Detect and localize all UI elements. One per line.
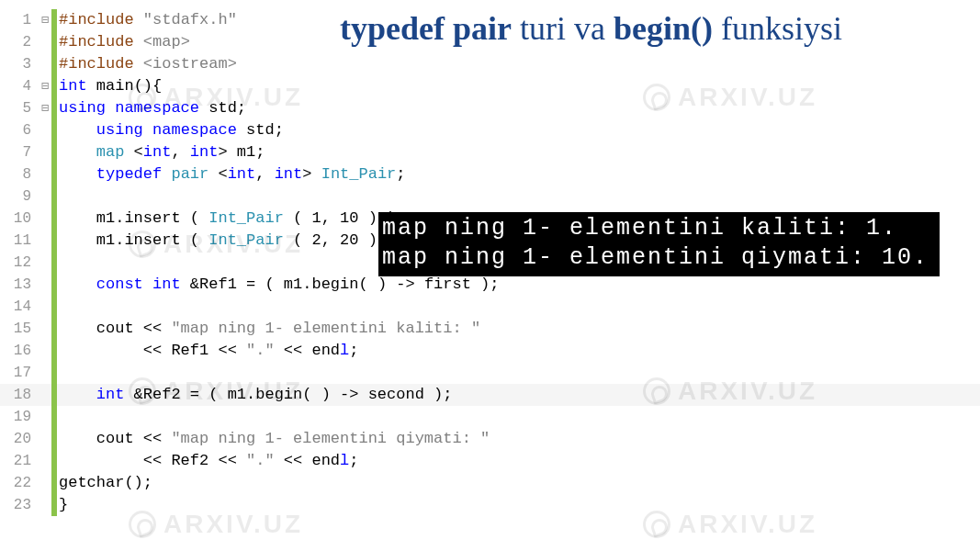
code-line[interactable]: 22getchar(); — [0, 472, 980, 494]
change-marker — [51, 186, 57, 208]
line-number: 2 — [0, 31, 39, 53]
line-number: 14 — [0, 296, 39, 318]
code-content[interactable]: cout << "map ning 1- elementini qiymati:… — [59, 428, 980, 450]
line-number: 9 — [0, 186, 39, 208]
code-line[interactable]: 17 — [0, 362, 980, 384]
code-line[interactable]: 21 << Ref2 << "." << endl; — [0, 450, 980, 472]
change-marker — [51, 53, 57, 75]
code-content[interactable]: #include <iostream> — [59, 53, 980, 75]
code-line[interactable]: 23} — [0, 494, 980, 516]
code-line[interactable]: 5⊟using namespace std; — [0, 97, 980, 119]
code-line[interactable]: 18 int &Ref2 = ( m1.begin( ) -> second )… — [0, 384, 980, 406]
code-content[interactable]: getchar(); — [59, 472, 980, 494]
code-content[interactable]: int &Ref2 = ( m1.begin( ) -> second ); — [59, 384, 980, 406]
change-marker — [51, 340, 57, 362]
change-marker — [51, 472, 57, 494]
code-content[interactable]: const int &Ref1 = ( m1.begin( ) -> first… — [59, 274, 980, 296]
change-marker — [51, 31, 57, 53]
line-number: 21 — [0, 450, 39, 472]
change-marker — [51, 296, 57, 318]
line-number: 13 — [0, 274, 39, 296]
code-line[interactable]: 13 const int &Ref1 = ( m1.begin( ) -> fi… — [0, 274, 980, 296]
change-marker — [51, 428, 57, 450]
change-marker — [51, 494, 57, 516]
code-line[interactable]: 16 << Ref1 << "." << endl; — [0, 340, 980, 362]
change-marker — [51, 141, 57, 163]
title-part4: funksiysi — [713, 10, 842, 47]
line-number: 4 — [0, 75, 39, 97]
code-line[interactable]: 15 cout << "map ning 1- elementini kalit… — [0, 318, 980, 340]
fold-icon[interactable]: ⊟ — [39, 97, 51, 119]
code-line[interactable]: 3#include <iostream> — [0, 53, 980, 75]
change-marker — [51, 384, 57, 406]
line-number: 12 — [0, 252, 39, 274]
line-number: 16 — [0, 340, 39, 362]
change-marker — [51, 75, 57, 97]
change-marker — [51, 318, 57, 340]
title-part3: begin() — [614, 10, 713, 47]
code-content[interactable]: using namespace std; — [59, 119, 980, 141]
line-number: 6 — [0, 119, 39, 141]
slide-title: typedef pair turi va begin() funksiysi — [340, 9, 842, 48]
fold-icon[interactable]: ⊟ — [39, 9, 51, 31]
line-number: 20 — [0, 428, 39, 450]
code-line[interactable]: 14 — [0, 296, 980, 318]
change-marker — [51, 406, 57, 428]
line-number: 22 — [0, 472, 39, 494]
console-line2: map ning 1- elementini qiymati: 10. — [382, 244, 929, 271]
line-number: 18 — [0, 384, 39, 406]
change-marker — [51, 362, 57, 384]
line-number: 17 — [0, 362, 39, 384]
code-line[interactable]: 8 typedef pair <int, int> Int_Pair; — [0, 163, 980, 186]
line-number: 10 — [0, 208, 39, 230]
code-content[interactable]: map <int, int> m1; — [59, 141, 980, 163]
console-line1: map ning 1- elementini kaliti: 1. — [382, 215, 897, 242]
code-content[interactable]: << Ref1 << "." << endl; — [59, 340, 980, 362]
console-output: map ning 1- elementini kaliti: 1. map ni… — [378, 212, 940, 276]
change-marker — [51, 450, 57, 472]
change-marker — [51, 119, 57, 141]
change-marker — [51, 208, 57, 230]
line-number: 5 — [0, 97, 39, 119]
fold-icon[interactable]: ⊟ — [39, 75, 51, 97]
code-line[interactable]: 9 — [0, 186, 980, 208]
code-line[interactable]: 20 cout << "map ning 1- elementini qiyma… — [0, 428, 980, 450]
code-content[interactable]: int main(){ — [59, 75, 980, 97]
line-number: 1 — [0, 9, 39, 31]
change-marker — [51, 163, 57, 186]
code-line[interactable]: 7 map <int, int> m1; — [0, 141, 980, 163]
code-line[interactable]: 4⊟int main(){ — [0, 75, 980, 97]
title-part1: typedef pair — [340, 10, 512, 47]
title-part2: turi va — [512, 10, 614, 47]
code-content[interactable]: } — [59, 494, 980, 516]
code-line[interactable]: 19 — [0, 406, 980, 428]
change-marker — [51, 274, 57, 296]
code-line[interactable]: 6 using namespace std; — [0, 119, 980, 141]
change-marker — [51, 97, 57, 119]
line-number: 19 — [0, 406, 39, 428]
line-number: 8 — [0, 163, 39, 186]
code-content[interactable]: using namespace std; — [59, 97, 980, 119]
code-content[interactable]: typedef pair <int, int> Int_Pair; — [59, 163, 980, 186]
code-content[interactable]: << Ref2 << "." << endl; — [59, 450, 980, 472]
line-number: 15 — [0, 318, 39, 340]
line-number: 11 — [0, 230, 39, 252]
change-marker — [51, 230, 57, 252]
line-number: 3 — [0, 53, 39, 75]
change-marker — [51, 9, 57, 31]
change-marker — [51, 252, 57, 274]
code-content[interactable]: cout << "map ning 1- elementini kaliti: … — [59, 318, 980, 340]
line-number: 23 — [0, 494, 39, 516]
line-number: 7 — [0, 141, 39, 163]
